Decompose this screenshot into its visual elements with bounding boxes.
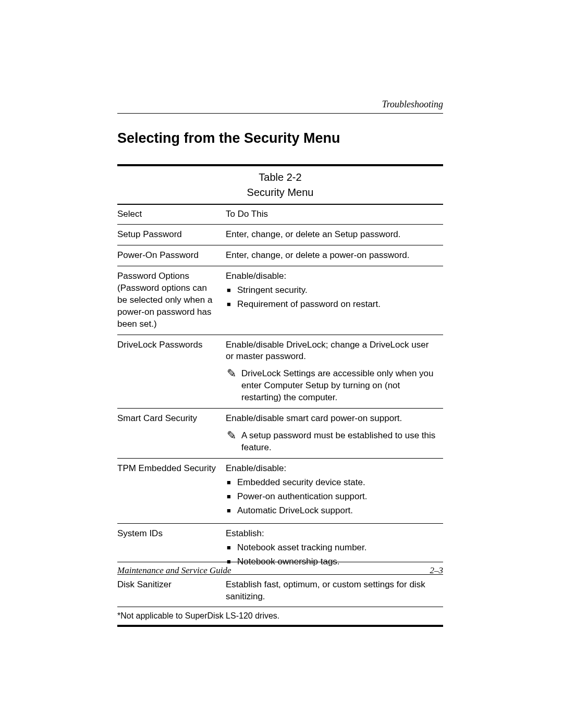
cell-desc: Enter, change, or delete an Setup passwo…	[226, 224, 443, 245]
cell-desc: Enable/disable: Embedded security device…	[226, 459, 443, 524]
table-row: Disk Sanitizer Establish fast, optimum, …	[117, 574, 443, 607]
cell-desc: Enable/disable smart card power-on suppo…	[226, 409, 443, 459]
table-header-row: Select To Do This	[117, 205, 443, 224]
table-row: DriveLock Passwords Enable/disable Drive…	[117, 335, 443, 409]
list-item: Automatic DriveLock support.	[226, 505, 439, 517]
security-menu-table: Table 2-2 Security Menu Select To Do Thi…	[117, 164, 443, 627]
section-title: Selecting from the Security Menu	[117, 130, 443, 146]
cell-desc: Enable/disable DriveLock; change a Drive…	[226, 335, 443, 409]
footer-left: Maintenance and Service Guide	[117, 565, 231, 576]
intro-text: Enable/disable:	[226, 463, 286, 473]
cell-select: Password Options (Password options can b…	[117, 266, 226, 335]
table-row: Setup Password Enter, change, or delete …	[117, 224, 443, 245]
note-icon: ✎	[227, 430, 236, 441]
note-icon: ✎	[227, 368, 236, 379]
page-footer: Maintenance and Service Guide 2–3	[117, 562, 443, 576]
note-text: DriveLock Settings are accessible only w…	[241, 368, 439, 404]
table-caption: Table 2-2	[117, 166, 443, 184]
cell-desc: Enter, change, or delete a power-on pass…	[226, 245, 443, 266]
table-row: Power-On Password Enter, change, or dele…	[117, 245, 443, 266]
cell-select: TPM Embedded Security	[117, 459, 226, 524]
cell-select: Disk Sanitizer	[117, 574, 226, 607]
intro-text: Enable/disable:	[226, 271, 286, 281]
table-title: Security Menu	[117, 184, 443, 205]
list-item: Power-on authentication support.	[226, 491, 439, 503]
table-row: TPM Embedded Security Enable/disable: Em…	[117, 459, 443, 524]
note: ✎ A setup password must be established t…	[226, 430, 439, 454]
list-item: Embedded security device state.	[226, 477, 439, 489]
table-footnote: *Not applicable to SuperDisk LS-120 driv…	[117, 607, 443, 626]
footer-right: 2–3	[430, 565, 444, 576]
chapter-header: Troubleshooting	[117, 99, 443, 114]
col-header-select: Select	[117, 205, 226, 224]
list-item: Stringent security.	[226, 285, 439, 297]
cell-desc: Establish fast, optimum, or custom setti…	[226, 574, 443, 607]
table-row: Smart Card Security Enable/disable smart…	[117, 409, 443, 459]
note-text: A setup password must be established to …	[241, 430, 439, 454]
cell-select: Setup Password	[117, 224, 226, 245]
desc-text: Enable/disable smart card power-on suppo…	[226, 413, 402, 423]
intro-text: Establish:	[226, 528, 264, 538]
note: ✎ DriveLock Settings are accessible only…	[226, 368, 439, 404]
cell-select: Power-On Password	[117, 245, 226, 266]
list-item: Notebook asset tracking number.	[226, 542, 439, 554]
cell-select: Smart Card Security	[117, 409, 226, 459]
cell-select: DriveLock Passwords	[117, 335, 226, 409]
table-row: Password Options (Password options can b…	[117, 266, 443, 335]
table-footnote-row: *Not applicable to SuperDisk LS-120 driv…	[117, 607, 443, 626]
list-item: Requirement of password on restart.	[226, 299, 439, 311]
page: Troubleshooting Selecting from the Secur…	[0, 0, 563, 627]
desc-text: Enable/disable DriveLock; change a Drive…	[226, 340, 429, 362]
col-header-todo: To Do This	[226, 205, 443, 224]
cell-desc: Enable/disable: Stringent security. Requ…	[226, 266, 443, 335]
